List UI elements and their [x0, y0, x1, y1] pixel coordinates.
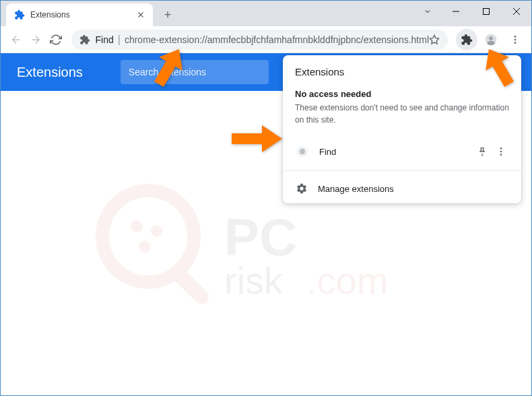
- svg-rect-0: [453, 11, 459, 12]
- section-description: These extensions don't need to see and c…: [295, 102, 509, 126]
- window-controls: [415, 1, 531, 22]
- search-input[interactable]: Search extensions: [121, 60, 269, 84]
- gear-icon: [295, 182, 308, 195]
- svg-point-6: [514, 42, 517, 44]
- extensions-popup: Extensions No access needed These extens…: [283, 55, 521, 203]
- section-title: No access needed: [295, 89, 509, 99]
- svg-point-17: [500, 147, 502, 150]
- menu-button[interactable]: [504, 29, 526, 51]
- minimize-button[interactable]: [440, 1, 471, 22]
- svg-point-11: [139, 240, 151, 253]
- toolbar: Find | chrome-extension://ammfecbbjfchfa…: [1, 26, 531, 53]
- extension-row[interactable]: Find: [283, 135, 521, 168]
- more-icon[interactable]: [492, 142, 510, 161]
- search-placeholder: Search extensions: [129, 67, 206, 77]
- bookmark-icon[interactable]: [429, 34, 440, 45]
- svg-rect-1: [483, 9, 489, 15]
- omnibox-url: chrome-extension://ammfecbbjfchfamhafmnb…: [125, 34, 429, 45]
- tab-title: Extensions: [30, 10, 135, 20]
- separator: |: [118, 34, 121, 46]
- svg-point-7: [102, 191, 194, 282]
- svg-point-4: [514, 36, 517, 38]
- extension-icon: [14, 9, 25, 20]
- manage-label: Manage extensions: [318, 184, 394, 194]
- back-button[interactable]: [6, 29, 26, 51]
- svg-point-19: [500, 154, 502, 156]
- forward-button[interactable]: [26, 29, 46, 51]
- pin-icon[interactable]: [473, 142, 492, 161]
- svg-point-5: [514, 38, 517, 40]
- new-tab-button[interactable]: +: [158, 5, 177, 24]
- chevron-down-icon[interactable]: [415, 1, 440, 22]
- profile-button[interactable]: [480, 29, 502, 51]
- titlebar: Extensions +: [1, 1, 531, 26]
- close-icon[interactable]: [497, 65, 510, 78]
- browser-tab[interactable]: Extensions: [6, 3, 153, 26]
- svg-rect-8: [168, 263, 211, 307]
- reload-button[interactable]: [46, 29, 66, 51]
- address-bar[interactable]: Find | chrome-extension://ammfecbbjfchfa…: [71, 30, 448, 50]
- close-button[interactable]: [501, 1, 531, 22]
- page-title: Extensions: [17, 65, 83, 80]
- extension-item-icon: [295, 144, 310, 159]
- close-icon[interactable]: [135, 9, 146, 20]
- svg-text:.com: .com: [306, 259, 388, 302]
- popup-section: No access needed These extensions don't …: [283, 84, 521, 135]
- extension-name: Find: [319, 147, 473, 157]
- extension-icon: [79, 34, 90, 45]
- popup-header: Extensions: [283, 55, 521, 84]
- svg-point-9: [131, 220, 143, 232]
- svg-text:risk: risk: [224, 259, 284, 302]
- maximize-button[interactable]: [471, 1, 501, 22]
- content-area: Extensions Search extensions PC risk .co…: [1, 53, 531, 395]
- manage-extensions-button[interactable]: Manage extensions: [283, 174, 521, 203]
- omnibox-label: Find: [96, 34, 114, 45]
- svg-point-16: [300, 149, 305, 154]
- svg-point-18: [500, 151, 502, 153]
- popup-title: Extensions: [295, 66, 497, 77]
- svg-point-3: [489, 36, 492, 40]
- divider: [283, 170, 521, 171]
- svg-text:PC: PC: [224, 207, 297, 267]
- extensions-button[interactable]: [456, 29, 477, 51]
- svg-point-10: [151, 225, 163, 237]
